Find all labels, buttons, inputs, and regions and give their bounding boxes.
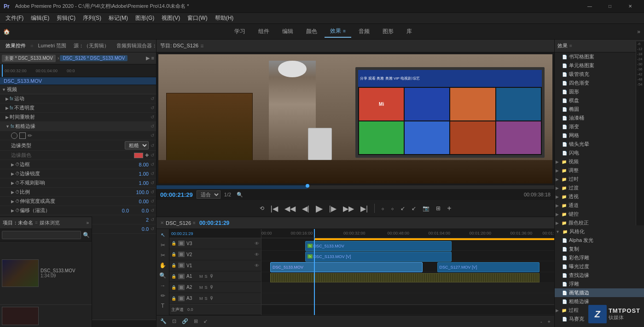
effect-item-cell[interactable]: 📄 单元格图案 <box>555 61 644 70</box>
eyedropper-icon[interactable]: ✚ <box>145 153 149 158</box>
cat-channel[interactable]: ▶ 📁 通道 <box>555 201 644 210</box>
tl-wrench[interactable]: 🔧 <box>158 317 168 325</box>
add-button[interactable]: + <box>445 203 453 213</box>
stopwatch-scale[interactable]: ⏱ <box>15 189 20 195</box>
settings-button[interactable]: ⊞ <box>434 204 442 212</box>
close-button[interactable]: ✕ <box>620 0 640 13</box>
fx-options-icon[interactable]: ≡ <box>151 55 154 61</box>
menu-marker[interactable]: 标记(M) <box>105 13 132 23</box>
project-search-input[interactable] <box>2 231 81 239</box>
tab-learn[interactable]: 学习 <box>229 26 251 37</box>
complexity-value[interactable]: 2 <box>133 217 149 223</box>
stopwatch-offset[interactable]: ⏱ <box>15 208 20 213</box>
reset-border-color[interactable]: ↺ <box>151 153 154 158</box>
tab-graphics[interactable]: 图形 <box>377 26 399 37</box>
reset-rough[interactable]: ↺ <box>151 124 154 129</box>
pen-tool-icon[interactable]: ✏ <box>28 132 32 139</box>
lock-v1[interactable]: 🔒 <box>171 263 176 268</box>
export-frame-button[interactable]: 📷 <box>421 204 431 212</box>
tab-assembly[interactable]: 组件 <box>253 26 275 37</box>
offset-y-value[interactable]: 0.0 <box>133 208 149 213</box>
razor-tool[interactable]: ✂ <box>160 251 166 259</box>
pen-tool[interactable]: ✏ <box>160 292 166 300</box>
overwrite-button[interactable]: ↙ <box>410 204 418 212</box>
irregular-value[interactable]: 1.00 <box>133 180 149 186</box>
project-thumb2[interactable] <box>2 307 39 325</box>
cat-colorgrade[interactable]: ▶ 📁 颜色校正 <box>555 218 644 227</box>
menu-help[interactable]: 帮助(H) <box>211 13 238 23</box>
reset-opacity[interactable]: ↺ <box>151 105 154 110</box>
tab-lumetri[interactable]: Lumetri 范围 <box>34 40 70 51</box>
ripple-tool[interactable]: ✂ <box>160 241 166 249</box>
effect-find-edges[interactable]: 📄 查找边缘 <box>555 271 644 280</box>
effect-item-paintbucket[interactable]: 📄 油漆桶 <box>555 114 644 122</box>
effect-copy[interactable]: 📄 复制 <box>555 245 644 253</box>
loop-button[interactable]: ⟲ <box>258 204 266 212</box>
step-fwd-many-button[interactable]: ▶| <box>359 203 370 214</box>
lock-v2[interactable]: 🔒 <box>171 252 176 257</box>
step-fwd-button[interactable]: ▶▶ <box>341 203 356 214</box>
tl-group[interactable]: ⊞ <box>192 317 200 325</box>
tab-edit[interactable]: 编辑 <box>277 26 299 37</box>
menu-sequence[interactable]: 序列(S) <box>79 13 105 23</box>
zoom-icon[interactable]: 🔍 <box>237 192 243 198</box>
tab-effects-controls[interactable]: 效果控件 <box>2 40 29 51</box>
reset-stretch[interactable]: ↺ <box>151 199 154 204</box>
lock-a3[interactable]: 🔒 <box>171 296 176 301</box>
stopwatch-stretch[interactable]: ⏱ <box>15 199 20 204</box>
step-back-button[interactable]: ◀◀ <box>283 203 297 214</box>
step-back-many-button[interactable]: |◀ <box>269 203 280 214</box>
reset-irregular[interactable]: ↺ <box>151 180 154 185</box>
lock-a2[interactable]: 🔒 <box>171 285 176 290</box>
track-select-tool[interactable]: → <box>159 281 167 290</box>
clip-v1-2[interactable]: DSC_S127.MOV [V] <box>437 262 540 272</box>
a1-m[interactable]: M <box>199 274 203 279</box>
stopwatch-irregular[interactable]: ⏱ <box>15 180 20 185</box>
tab-effects[interactable]: 效果 <box>325 25 351 38</box>
insert-button[interactable]: ↙ <box>399 204 407 212</box>
tl-insert[interactable]: ↙ <box>202 317 209 325</box>
reset-border[interactable]: ↺ <box>151 162 154 167</box>
tl-snap[interactable]: ⊡ <box>170 317 178 325</box>
zoom-tool[interactable]: 🔍 <box>158 271 167 280</box>
effect-item-lens-flare[interactable]: 📄 镜头光晕 <box>555 140 644 149</box>
timeline-menu-icon[interactable]: ≡ <box>193 220 196 225</box>
tl-zoom-out[interactable]: - <box>539 318 544 325</box>
reset-complexity[interactable]: ↺ <box>151 217 154 222</box>
effect-item-lightning[interactable]: 📄 闪电 <box>555 149 644 157</box>
clip-v3-1[interactable]: fx DSC_5133.MOV <box>305 241 452 251</box>
tab-color[interactable]: 颜色 <box>301 26 323 37</box>
reset-evolution[interactable]: ↺ <box>151 226 154 231</box>
monitor-menu-icon[interactable]: ≡ <box>200 43 203 49</box>
reset-time-remap[interactable]: ↺ <box>151 115 154 120</box>
menu-file[interactable]: 文件(F) <box>2 13 27 23</box>
cat-legacy[interactable]: ▶ 📁 过时 <box>555 175 644 184</box>
effect-item-grid[interactable]: 📄 网格 <box>555 131 644 140</box>
effect-item-chess[interactable]: 📄 棋盘 <box>555 96 644 105</box>
menu-edit[interactable]: 编辑(E) <box>27 13 53 23</box>
stretch-value[interactable]: 0.00 <box>133 199 149 204</box>
v2-eye[interactable]: 👁 <box>255 252 259 257</box>
color-swatch[interactable] <box>134 153 143 158</box>
tl-link[interactable]: 🔗 <box>180 317 190 325</box>
step-back1-button[interactable]: ◀| <box>300 203 311 214</box>
hand-tool[interactable]: ✋ <box>158 261 167 270</box>
play-icon[interactable]: ▶ <box>146 55 150 61</box>
mark-in-button[interactable]: ⬦ <box>379 204 386 212</box>
reset-scale[interactable]: ↺ <box>151 189 154 195</box>
select-tool[interactable]: ↖ <box>160 231 166 239</box>
border-type-select[interactable]: 粗糙 <box>125 141 149 149</box>
menu-view[interactable]: 视图(V) <box>158 13 184 23</box>
menu-graphics[interactable]: 图形(G) <box>132 13 158 23</box>
monitor-scrubbar[interactable] <box>157 185 554 189</box>
rect-tool-icon[interactable] <box>19 132 26 139</box>
effects-lib-menu[interactable]: ≡ <box>569 43 572 48</box>
minimize-button[interactable]: — <box>580 0 600 13</box>
workspace-more[interactable]: » <box>633 27 644 37</box>
reset-sharpness[interactable]: ↺ <box>151 171 154 176</box>
a1-s[interactable]: S <box>205 274 208 279</box>
mark-out-button[interactable]: ⬦ <box>389 204 396 212</box>
effect-item-shu-xie[interactable]: 📄 书写格图案 <box>555 52 644 61</box>
project-thumbnail[interactable] <box>2 259 39 287</box>
fit-select[interactable]: 适合 <box>197 190 220 199</box>
